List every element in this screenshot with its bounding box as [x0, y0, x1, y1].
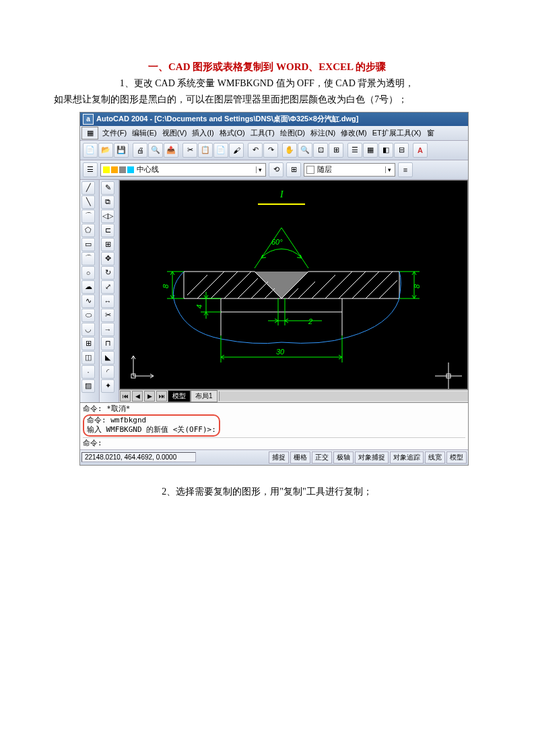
redo-icon[interactable]: ↷ — [263, 143, 278, 158]
svg-line-14 — [197, 272, 224, 298]
svg-line-24 — [339, 272, 366, 298]
help-icon[interactable]: A — [413, 143, 428, 158]
tab-last-icon[interactable]: ⏭ — [156, 391, 167, 402]
paste-icon[interactable]: 📄 — [213, 143, 228, 158]
zoom-prev-icon[interactable]: ⊞ — [329, 143, 343, 158]
status-otrack[interactable]: 对象追踪 — [390, 451, 424, 464]
menu-view[interactable]: 视图(V) — [160, 127, 190, 139]
tab-first-icon[interactable]: ⏮ — [120, 391, 131, 402]
menu-window[interactable]: 窗 — [424, 127, 437, 139]
erase-icon[interactable]: ✎ — [101, 181, 114, 195]
menu-edit[interactable]: 编辑(E) — [129, 127, 160, 139]
cut-icon[interactable]: ✂ — [182, 143, 197, 158]
line-icon[interactable]: ╱ — [81, 181, 95, 195]
hatch-icon[interactable]: ▨ — [81, 379, 95, 393]
ellipse-icon[interactable]: ⬭ — [81, 309, 95, 322]
preview-icon[interactable]: 🔍 — [148, 143, 163, 158]
menu-modify[interactable]: 修改(M) — [338, 127, 370, 139]
tab-model[interactable]: 模型 — [168, 390, 191, 402]
polygon-icon[interactable]: ⬠ — [81, 224, 95, 237]
menu-file[interactable]: 文件(F) — [100, 127, 129, 139]
new-icon[interactable]: 📄 — [83, 143, 98, 158]
rect-icon[interactable]: ▭ — [81, 238, 95, 251]
step2-text: 2、选择需要复制的图形，用"复制"工具进行复制； — [47, 486, 487, 498]
open-icon[interactable]: 📂 — [98, 143, 113, 158]
status-osnap[interactable]: 对象捕捉 — [355, 451, 389, 464]
block-icon[interactable]: ◫ — [81, 351, 95, 365]
status-model[interactable]: 模型 — [446, 451, 467, 464]
fillet-icon[interactable]: ◜ — [101, 365, 114, 379]
app-icon: a — [83, 114, 94, 125]
status-snap[interactable]: 捕捉 — [269, 451, 289, 464]
print-icon[interactable]: 🖨 — [133, 143, 147, 158]
svg-line-26 — [366, 272, 393, 298]
svg-line-19 — [265, 288, 275, 298]
ltype-icon[interactable]: ≡ — [398, 162, 413, 177]
zoom-rt-icon[interactable]: 🔍 — [298, 143, 312, 158]
tool-pal-icon[interactable]: ◧ — [378, 143, 393, 158]
copy-icon[interactable]: 📋 — [198, 143, 213, 158]
cmd-prompt[interactable]: 命令: — [83, 437, 465, 448]
menu-bar: ▦ 文件(F) 编辑(E) 视图(V) 插入(I) 格式(O) 工具(T) 绘图… — [80, 126, 468, 141]
explode-icon[interactable]: ✦ — [101, 379, 114, 393]
point-icon[interactable]: · — [81, 365, 95, 379]
dbconn-icon[interactable]: ⊟ — [394, 143, 409, 158]
spline-icon[interactable]: ∿ — [81, 294, 95, 308]
command-window[interactable]: 命令: *取消* 命令: wmfbkgnd 输入 WMFBKGND 的新值 <关… — [80, 402, 468, 449]
status-grid[interactable]: 栅格 — [290, 451, 310, 464]
copy-obj-icon[interactable]: ⧉ — [101, 195, 114, 209]
insert-icon[interactable]: ⊞ — [81, 337, 95, 350]
move-icon[interactable]: ✥ — [101, 252, 114, 265]
control-box-icon[interactable]: ▦ — [81, 127, 98, 139]
trim-icon[interactable]: ✂ — [101, 309, 114, 322]
arc-icon[interactable]: ⌒ — [81, 252, 95, 265]
status-polar[interactable]: 极轴 — [333, 451, 354, 464]
publish-icon[interactable]: 📤 — [164, 143, 178, 158]
drawing-canvas[interactable]: I 60° — [119, 180, 468, 389]
zoom-win-icon[interactable]: ⊡ — [313, 143, 328, 158]
status-coords: 22148.0210, 464.4692, 0.0000 — [81, 452, 196, 462]
offset-icon[interactable]: ⊏ — [101, 224, 114, 237]
stretch-icon[interactable]: ↔ — [101, 294, 114, 308]
menu-et-ext[interactable]: ET扩展工具(X) — [370, 127, 424, 139]
tab-prev-icon[interactable]: ◀ — [132, 391, 143, 402]
pan-icon[interactable]: ✋ — [282, 143, 297, 158]
dcenter-icon[interactable]: ▦ — [363, 143, 378, 158]
tab-layout1[interactable]: 布局1 — [191, 390, 218, 402]
menu-draw[interactable]: 绘图(D) — [277, 127, 308, 139]
chamfer-icon[interactable]: ◣ — [101, 351, 114, 365]
window-title-text: AutoCAD 2004 - [C:\Documents and Setting… — [96, 114, 359, 124]
layer-freeze-icon — [111, 166, 118, 173]
tab-next-icon[interactable]: ▶ — [144, 391, 155, 402]
pline-icon[interactable]: ⌒ — [81, 210, 95, 223]
mirror-icon[interactable]: ◁▷ — [101, 210, 114, 223]
save-icon[interactable]: 💾 — [114, 143, 129, 158]
color-dropdown[interactable]: 随层 ▾ — [304, 163, 395, 177]
rotate-icon[interactable]: ↻ — [101, 266, 114, 280]
props-icon[interactable]: ☰ — [347, 143, 362, 158]
status-ortho[interactable]: 正交 — [312, 451, 332, 464]
array-icon[interactable]: ⊞ — [101, 238, 114, 251]
ellipse-arc-icon[interactable]: ◡ — [81, 323, 95, 336]
layer-states-icon[interactable]: ⊞ — [286, 162, 301, 177]
match-icon[interactable]: 🖌 — [229, 143, 244, 158]
dim-30: 30 — [276, 348, 285, 356]
menu-insert[interactable]: 插入(I) — [189, 127, 216, 139]
revcloud-icon[interactable]: ☁ — [81, 280, 95, 294]
status-lwt[interactable]: 线宽 — [425, 451, 445, 464]
menu-tools[interactable]: 工具(T) — [248, 127, 277, 139]
h-scrollbar[interactable] — [219, 391, 468, 401]
layout-tabs-bar: ⏮ ◀ ▶ ⏭ 模型 布局1 — [119, 389, 468, 402]
undo-icon[interactable]: ↶ — [248, 143, 263, 158]
menu-dimension[interactable]: 标注(N) — [308, 127, 338, 139]
circle-icon[interactable]: ○ — [81, 266, 95, 280]
scale-icon[interactable]: ⤢ — [101, 280, 114, 294]
layer-dropdown[interactable]: 中心线 ▾ — [100, 163, 266, 177]
break-icon[interactable]: ⊓ — [101, 337, 114, 350]
menu-format[interactable]: 格式(O) — [217, 127, 248, 139]
layers-icon[interactable]: ☰ — [83, 162, 98, 177]
extend-icon[interactable]: → — [101, 323, 114, 336]
xline-icon[interactable]: ╲ — [81, 195, 95, 209]
layer-prev-icon[interactable]: ⟲ — [269, 162, 283, 177]
cad-screenshot: a AutoCAD 2004 - [C:\Documents and Setti… — [79, 112, 469, 466]
